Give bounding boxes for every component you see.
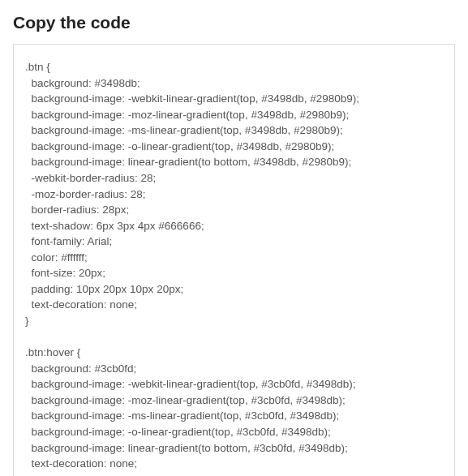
- css-code-block[interactable]: .btn { background: #3498db; background-i…: [13, 44, 455, 476]
- section-heading: Copy the code: [13, 13, 455, 32]
